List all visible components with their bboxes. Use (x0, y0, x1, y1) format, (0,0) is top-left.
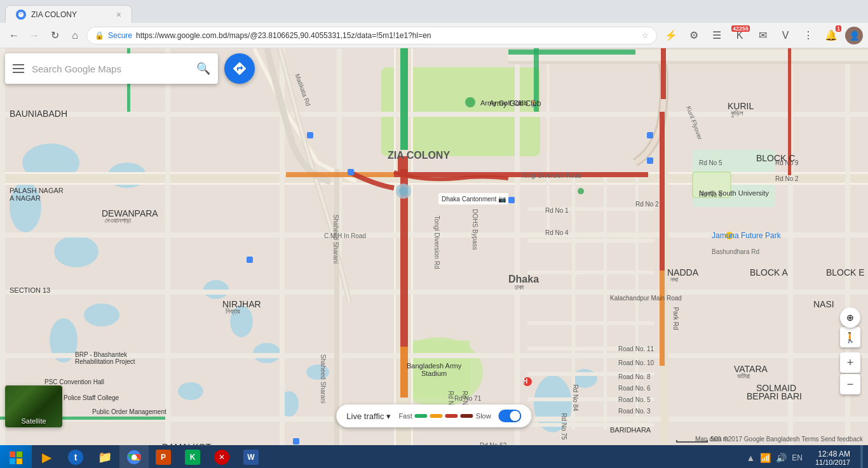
svg-point-13 (178, 382, 203, 400)
settings-icon[interactable]: ⚙ (685, 27, 703, 44)
compass-button[interactable]: ⊕ (840, 307, 860, 328)
svg-point-9 (230, 305, 253, 337)
street-view-icon: 🚶 (844, 331, 857, 344)
active-tab[interactable]: ZIA COLONY × (5, 5, 132, 23)
system-icons: ▲ 📶 🔊 EN (741, 453, 808, 463)
taskbar: ▶ t 📁 P K ✕ (0, 445, 868, 468)
keyboard-icon[interactable]: EN (792, 453, 803, 462)
taskbar-file-manager[interactable]: 📁 (90, 445, 119, 468)
svg-rect-46 (572, 175, 575, 429)
zoom-out-button[interactable]: − (840, 374, 860, 394)
svg-rect-33 (515, 48, 520, 445)
reload-button[interactable]: ↻ (46, 27, 64, 44)
satellite-thumbnail[interactable]: Satellite (5, 385, 62, 427)
taskbar-chrome[interactable] (119, 445, 149, 468)
notifications-icon[interactable]: 🔔 1 (822, 27, 840, 44)
svg-rect-76 (348, 169, 354, 175)
viber-icon[interactable]: V (776, 27, 794, 44)
volume-icon[interactable]: 🔊 (776, 453, 787, 463)
kaspersky-ext-icon[interactable]: K 42255 (731, 27, 749, 44)
home-button[interactable]: ⌂ (66, 27, 84, 44)
taskbar-clock[interactable]: 12:48 AM 11/10/2017 (810, 450, 855, 466)
svg-rect-58 (508, 50, 635, 55)
chrome-toolbar: ← → ↻ ⌂ 🔒 Secure https://www.google.com.… (0, 23, 868, 48)
toggle-knob (510, 411, 520, 421)
taskbar-bittorrent[interactable]: t (61, 445, 90, 468)
svg-rect-47 (604, 175, 607, 429)
directions-button[interactable] (224, 53, 255, 84)
svg-rect-75 (307, 132, 313, 138)
svg-rect-57 (788, 48, 791, 175)
reader-icon[interactable]: ☰ (708, 27, 726, 44)
word-icon: W (243, 450, 259, 465)
traffic-green (415, 414, 428, 418)
mail-icon[interactable]: ✉ (754, 27, 771, 44)
svg-rect-81 (293, 438, 299, 445)
taskbar-powerpoint[interactable]: P (149, 445, 178, 468)
svg-rect-80 (247, 257, 253, 263)
svg-rect-45 (546, 48, 550, 239)
user-profile-icon[interactable]: 👤 (845, 27, 863, 44)
forward-button[interactable]: → (25, 27, 43, 44)
svg-rect-87 (10, 458, 15, 464)
search-button[interactable]: 🔍 (196, 62, 210, 76)
map-svg: Army Golf Club 🏌 Dhaka Cantonment 📷 H - (0, 48, 868, 445)
notification-badge: 1 (836, 25, 841, 32)
traffic-legend: Live traffic ▾ Fast Slow (336, 404, 531, 427)
taskbar-app7[interactable]: ✕ (207, 445, 236, 468)
tab-title: ZIA COLONY (31, 10, 111, 19)
svg-rect-61 (660, 112, 665, 271)
svg-rect-56 (661, 48, 666, 99)
scale-label: 500 m (710, 436, 728, 443)
hamburger-menu[interactable] (13, 64, 24, 73)
taskbar-kaspersky[interactable]: K (178, 445, 207, 468)
map-container[interactable]: Army Golf Club 🏌 Dhaka Cantonment 📷 H - … (0, 48, 868, 445)
svg-rect-78 (647, 132, 653, 138)
svg-rect-86 (17, 451, 22, 457)
chrome-icon (126, 450, 142, 465)
traffic-red (445, 414, 458, 418)
chrome-menu-icon[interactable]: ⋮ (799, 27, 817, 44)
search-bar[interactable]: 🔍 (5, 53, 218, 84)
windows-logo (9, 451, 23, 465)
svg-rect-84 (693, 172, 731, 197)
media-player-icon: ▶ (39, 450, 54, 465)
taskbar-media-player[interactable]: ▶ (32, 445, 61, 468)
start-button[interactable] (0, 445, 32, 468)
svg-point-15 (572, 369, 597, 388)
chrome-tabs-bar: ZIA COLONY × (0, 0, 868, 23)
street-view-button[interactable]: 🚶 (840, 327, 860, 347)
lock-icon: 🔒 (95, 31, 104, 40)
secure-text: Secure (108, 31, 132, 40)
clock-time: 12:48 AM (818, 450, 850, 458)
directions-icon (232, 61, 247, 76)
network-icon[interactable]: 📶 (760, 453, 771, 463)
svg-point-3 (10, 182, 41, 232)
extensions-icon[interactable]: ⚡ (662, 27, 680, 44)
svg-rect-79 (647, 157, 653, 164)
tab-favicon (16, 10, 26, 20)
dropdown-arrow: ▾ (386, 411, 391, 421)
zoom-in-button[interactable]: + (840, 352, 860, 373)
svg-point-70 (578, 188, 584, 194)
show-desktop[interactable] (860, 445, 863, 468)
address-bar[interactable]: 🔒 Secure https://www.google.com.bd/maps/… (86, 27, 657, 44)
svg-rect-53 (400, 48, 408, 150)
close-tab-button[interactable]: × (116, 10, 121, 20)
tray-icon-1: ▲ (746, 453, 755, 463)
svg-rect-29 (0, 48, 5, 445)
svg-rect-59 (394, 172, 648, 177)
file-manager-icon: 📁 (97, 450, 112, 465)
svg-rect-25 (0, 232, 868, 237)
svg-rect-30 (165, 48, 170, 445)
taskbar-word[interactable]: W (236, 445, 266, 468)
search-input[interactable] (32, 64, 189, 74)
traffic-toggle[interactable] (499, 410, 522, 422)
bookmark-icon[interactable]: ☆ (642, 31, 649, 40)
back-button[interactable]: ← (5, 27, 23, 44)
svg-point-12 (306, 364, 329, 380)
traffic-dropdown[interactable]: Live traffic ▾ (346, 411, 391, 421)
traffic-darkred (461, 414, 473, 418)
taskbar-apps: ▶ t 📁 P K ✕ (32, 445, 266, 468)
svg-point-4 (54, 236, 98, 267)
